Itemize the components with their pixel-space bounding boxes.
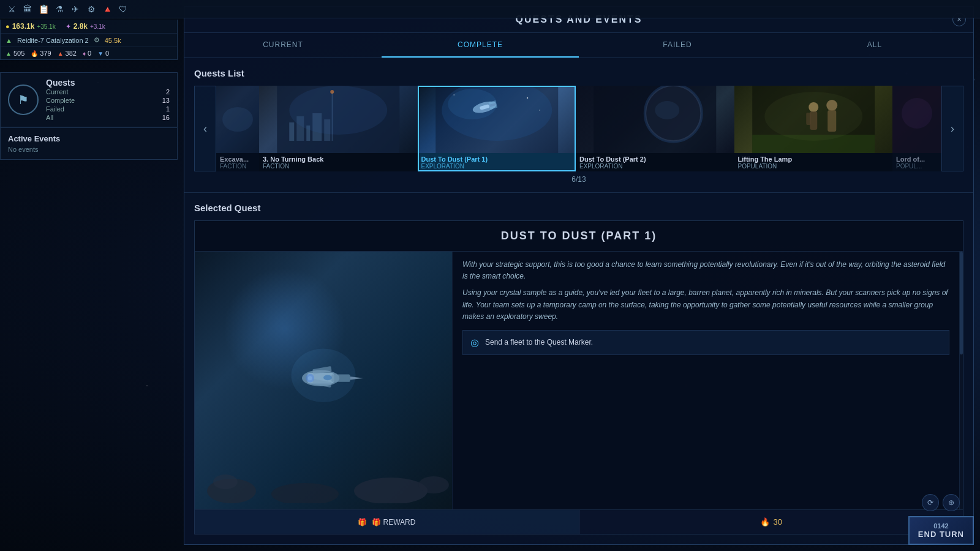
nav-icon-shield[interactable]: 🛡	[116, 2, 130, 16]
objective-icon: ◎	[470, 337, 479, 348]
stat-5: ▼ 0	[97, 50, 109, 57]
stat-4: ♦ 0	[83, 50, 91, 57]
resource-bar: ● 163.1k +35.1k ✦ 2.8k +3.1k ▲ Reidite-7…	[0, 20, 178, 60]
tab-all[interactable]: ALL	[776, 33, 973, 58]
selected-quest-body: With your strategic support, this is too…	[195, 252, 963, 509]
carousel-prev[interactable]: ‹	[194, 86, 216, 171]
reward-label: 🎁 REWARD	[372, 518, 415, 527]
nav-icon-quests[interactable]: 📋	[37, 2, 50, 16]
quest-card-3-selected[interactable]: Dust To Dust (Part 1) EXPLORATION	[418, 86, 576, 171]
svg-point-63	[213, 474, 238, 489]
selected-quest-image	[195, 252, 452, 509]
end-turn-button[interactable]: 0142 END TURN	[908, 516, 974, 545]
selected-quest-name: DUST TO DUST (PART 1)	[195, 221, 963, 252]
selected-quest-section: Selected Quest DUST TO DUST (PART 1)	[184, 193, 973, 544]
svg-point-61	[271, 483, 339, 503]
svg-rect-17	[289, 122, 294, 141]
svg-point-58	[308, 376, 312, 380]
top-nav: ⚔ 🏛 📋 ⚗ ✈ ⚙ 🔺 🛡	[0, 0, 980, 18]
tab-current[interactable]: CURRENT	[184, 33, 382, 58]
svg-point-64	[418, 476, 449, 493]
quest-card-4[interactable]: Dust To Dust (Part 2) EXPLORATION	[576, 86, 734, 171]
svg-rect-25	[435, 86, 558, 153]
tab-bar: CURRENT COMPLETE FAILED ALL	[184, 33, 973, 58]
tab-complete[interactable]: COMPLETE	[382, 33, 579, 58]
svg-point-22	[289, 86, 387, 135]
end-turn-area: ⟳ ⊕ 0142 END TURN	[908, 494, 974, 545]
svg-point-47	[764, 92, 862, 141]
carousel-next[interactable]: ›	[941, 86, 963, 171]
svg-rect-31	[489, 105, 497, 110]
stat-2: 🔥 379	[31, 50, 51, 57]
svg-point-59	[323, 375, 332, 380]
nav-icon-settings[interactable]: ⚙	[85, 2, 98, 16]
svg-marker-54	[350, 377, 364, 380]
svg-point-38	[655, 101, 679, 119]
quest-list-title: Quests List	[194, 68, 963, 78]
nav-icon-empire[interactable]: 🏛	[21, 2, 34, 16]
tab-failed[interactable]: FAILED	[579, 33, 776, 58]
selected-quest-footer: 🎁 🎁 REWARD 🔥 30	[195, 509, 963, 534]
nav-icon-1[interactable]: ⟳	[922, 494, 939, 511]
quest-card-5[interactable]: Lifting The Lamp POPULATION	[734, 86, 893, 171]
fire-value: 🔥 30	[579, 510, 963, 534]
nav-icon-star[interactable]: 🔺	[100, 2, 114, 16]
quest-card-2[interactable]: 3. No Turning Back FACTION	[259, 86, 418, 171]
nav-icon-2[interactable]: ⊕	[943, 494, 960, 511]
fire-number: 30	[774, 517, 782, 527]
nav-icon-combat[interactable]: ⚔	[5, 2, 18, 16]
pagination: 6/13	[194, 171, 963, 187]
nav-icon-science[interactable]: ⚗	[53, 2, 66, 16]
svg-point-24	[330, 90, 334, 94]
quest-list-section: Quests List ‹ Excava... FACTION	[184, 58, 973, 193]
svg-point-49	[902, 98, 932, 129]
sidebar-panel: ⚑ Quests Current 2 Complete 13 Failed 1 …	[0, 72, 178, 160]
svg-rect-29	[479, 104, 489, 110]
active-events: Active Events No events	[1, 127, 177, 159]
svg-point-33	[539, 110, 540, 111]
svg-rect-53	[331, 374, 350, 381]
stat-1: ▲ 505	[6, 50, 24, 57]
svg-point-34	[453, 94, 454, 96]
svg-point-62	[354, 478, 428, 503]
end-turn-icons: ⟳ ⊕	[922, 494, 960, 511]
cards-container: ‹ Excava... FACTION	[194, 86, 963, 171]
dust-resource: ● 163.1k +35.1k	[6, 22, 56, 31]
quests-icon: ⚑	[8, 84, 39, 115]
svg-point-32	[527, 97, 528, 99]
stat-3: ▲ 382	[58, 50, 77, 57]
quest-stats: Quests Current 2 Complete 13 Failed 1 Al…	[46, 78, 170, 122]
fire-icon: 🔥	[760, 517, 770, 527]
selected-quest-box: DUST TO DUST (PART 1)	[194, 220, 963, 534]
svg-point-28	[471, 99, 497, 115]
reward-icon: 🎁	[358, 518, 367, 527]
reward-button[interactable]: 🎁 🎁 REWARD	[195, 510, 579, 534]
selected-quest-text: With your strategic support, this is too…	[452, 252, 959, 509]
svg-rect-30	[488, 100, 496, 105]
svg-point-27	[448, 89, 497, 119]
quest-panel: QUESTS AND EVENTS × CURRENT COMPLETE FAI…	[184, 6, 974, 545]
science-resource: ✦ 2.8k +3.1k	[66, 22, 105, 31]
svg-point-15	[222, 107, 253, 132]
quest-desc-2: Using your crystal sample as a guide, yo…	[462, 287, 949, 323]
selected-quest-title: Selected Quest	[194, 203, 963, 213]
nav-icon-move[interactable]: ✈	[69, 2, 82, 16]
quest-objective: ◎ Send a fleet to the Quest Marker.	[462, 330, 949, 355]
svg-point-26	[442, 86, 552, 141]
quest-card-partial-left[interactable]: Excava... FACTION	[216, 86, 259, 171]
quest-desc-1: With your strategic support, this is too…	[462, 259, 949, 282]
quest-card-partial-right[interactable]: Lord of... POPUL...	[892, 86, 941, 171]
